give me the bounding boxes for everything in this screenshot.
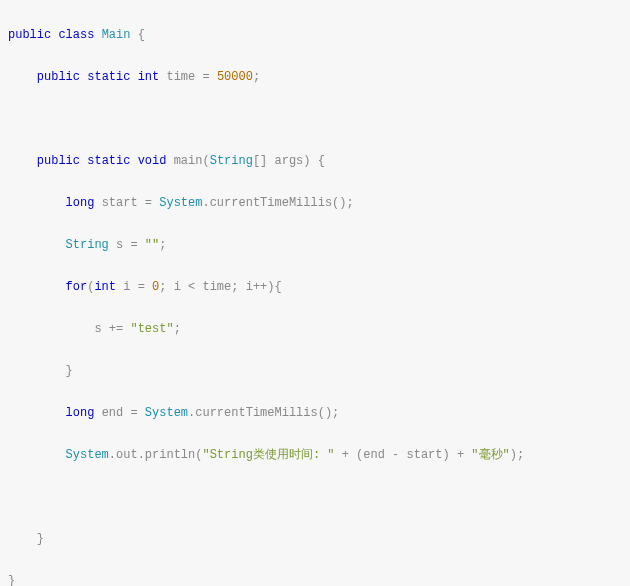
brace: { [138,28,145,42]
var-time: time [202,280,231,294]
kw-public: public [37,70,80,84]
var-start: start [407,448,443,462]
code-line: String s = ""; [8,235,622,256]
class-name: Main [102,28,131,42]
brace: { [318,154,325,168]
kw-long: long [66,196,95,210]
dot: . [202,196,209,210]
inc-brace: ++){ [253,280,282,294]
type-system: System [159,196,202,210]
op-lt: < [188,280,195,294]
op-pleq: += [109,322,123,336]
kw-public: public [8,28,51,42]
op-eq: = [202,70,209,84]
var-end: end [102,406,124,420]
kw-class: class [58,28,94,42]
semi: ; [253,70,260,84]
op-eq: = [130,406,137,420]
var-s: s [116,238,123,252]
str-test: "test" [130,322,173,336]
var-start: start [102,196,138,210]
op-eq: = [130,238,137,252]
var-time: time [166,70,195,84]
paren: ) [443,448,450,462]
code-blank-line [8,109,622,130]
code-line: } [8,361,622,382]
kw-int: int [94,280,116,294]
kw-for: for [66,280,88,294]
code-line: for(int i = 0; i < time; i++){ [8,277,622,298]
code-line: public static void main(String[] args) { [8,151,622,172]
brace: } [66,364,73,378]
op-eq: = [138,280,145,294]
str-ms: "毫秒" [471,448,509,462]
code-blank-line [8,487,622,508]
var-i: i [174,280,181,294]
method-main: main [174,154,203,168]
type-string: String [210,154,253,168]
num-50000: 50000 [217,70,253,84]
param-args: args [275,154,304,168]
parens: ); [510,448,524,462]
brackets: [] [253,154,267,168]
method-println: println [145,448,195,462]
dot: . [109,448,116,462]
op-plus: + [457,448,464,462]
method-ctm: currentTimeMillis [195,406,317,420]
code-line: } [8,571,622,586]
kw-static: static [87,70,130,84]
semi: ; [159,280,166,294]
method-ctm: currentTimeMillis [210,196,332,210]
op-plus: + [342,448,349,462]
var-s: s [94,322,101,336]
code-line: public static int time = 50000; [8,67,622,88]
code-line: long end = System.currentTimeMillis(); [8,403,622,424]
code-line: System.out.println("String类使用时间: " + (en… [8,445,622,466]
op-eq: = [145,196,152,210]
type-system: System [66,448,109,462]
code-line: public class Main { [8,25,622,46]
code-line: } [8,529,622,550]
op-minus: - [392,448,399,462]
str-empty: "" [145,238,159,252]
brace: } [37,532,44,546]
semi: ; [159,238,166,252]
var-end: end [363,448,385,462]
paren: ( [202,154,209,168]
kw-long: long [66,406,95,420]
kw-static: static [87,154,130,168]
dot: . [138,448,145,462]
code-line: s += "test"; [8,319,622,340]
type-string: String [66,238,109,252]
semi: ; [231,280,238,294]
var-i: i [123,280,130,294]
kw-public: public [37,154,80,168]
parens: (); [318,406,340,420]
document-root: public class Main { public static int ti… [0,0,630,586]
type-system: System [145,406,188,420]
brace: } [8,574,15,586]
field-out: out [116,448,138,462]
parens: (); [332,196,354,210]
code-block-string: public class Main { public static int ti… [0,0,630,586]
var-i: i [246,280,253,294]
str-label: "String类使用时间: " [202,448,334,462]
semi: ; [174,322,181,336]
paren: ) [303,154,310,168]
kw-int: int [138,70,160,84]
code-line: long start = System.currentTimeMillis(); [8,193,622,214]
kw-void: void [138,154,167,168]
